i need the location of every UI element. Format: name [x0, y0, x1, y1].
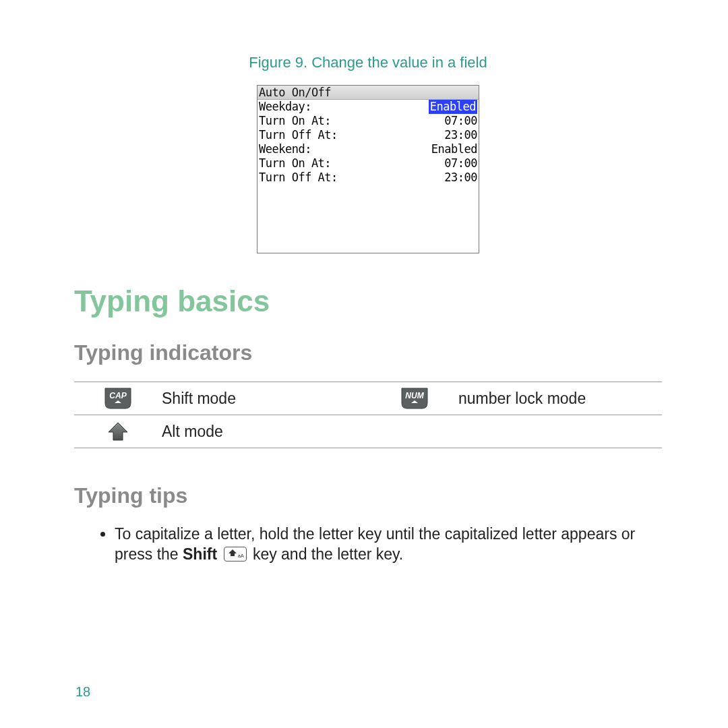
heading-typing-basics: Typing basics: [74, 284, 662, 318]
device-row: Weekday: Enabled: [257, 100, 479, 114]
svg-text:aA: aA: [238, 553, 244, 558]
indicator-label: Shift mode: [162, 382, 371, 415]
device-row-label: Weekend:: [259, 142, 311, 156]
heading-typing-indicators: Typing indicators: [74, 340, 662, 365]
device-row-label: Turn On At:: [259, 114, 331, 128]
device-row-value: Enabled: [429, 100, 477, 114]
shift-key-icon: aA: [224, 547, 247, 562]
device-row: Turn On At: 07:00: [257, 156, 479, 171]
device-row-label: Weekday:: [259, 100, 311, 114]
svg-text:CAP: CAP: [109, 391, 127, 400]
num-icon: NUM: [400, 387, 429, 410]
tip-bold: Shift: [183, 545, 217, 563]
device-row-value: 07:00: [444, 114, 477, 128]
table-row: Alt mode: [74, 415, 662, 448]
cap-icon: CAP: [104, 387, 132, 410]
alt-icon: [104, 420, 132, 443]
table-row: CAP Shift mode NUM number lock mode: [74, 382, 662, 415]
device-row: Turn On At: 07:00: [257, 114, 479, 128]
device-row-value: 23:00: [444, 128, 477, 142]
device-row-label: Turn Off At:: [259, 171, 338, 185]
figure-caption: Figure 9. Change the value in a field: [74, 54, 662, 71]
device-row: Weekend: Enabled: [257, 142, 479, 156]
list-item: To capitalize a letter, hold the letter …: [115, 524, 662, 565]
typing-tips-list: To capitalize a letter, hold the letter …: [115, 524, 662, 565]
device-row-value: 07:00: [444, 156, 477, 171]
device-title: Auto On/Off: [257, 86, 479, 100]
device-row-label: Turn Off At:: [259, 128, 338, 142]
device-row-value: 23:00: [444, 171, 477, 185]
device-screenshot: Auto On/Off Weekday: Enabled Turn On At:…: [257, 85, 479, 253]
svg-text:NUM: NUM: [405, 391, 424, 400]
device-row: Turn Off At: 23:00: [257, 128, 479, 142]
typing-indicators-table: CAP Shift mode NUM number lock mode: [74, 382, 662, 448]
heading-typing-tips: Typing tips: [74, 483, 662, 508]
device-row-label: Turn On At:: [259, 156, 331, 171]
device-row-value: Enabled: [431, 142, 477, 156]
indicator-label: Alt mode: [162, 415, 371, 448]
device-row: Turn Off At: 23:00: [257, 171, 479, 185]
page-number: 18: [75, 684, 90, 700]
tip-text: key and the letter key.: [249, 545, 404, 563]
indicator-label: number lock mode: [458, 382, 662, 415]
